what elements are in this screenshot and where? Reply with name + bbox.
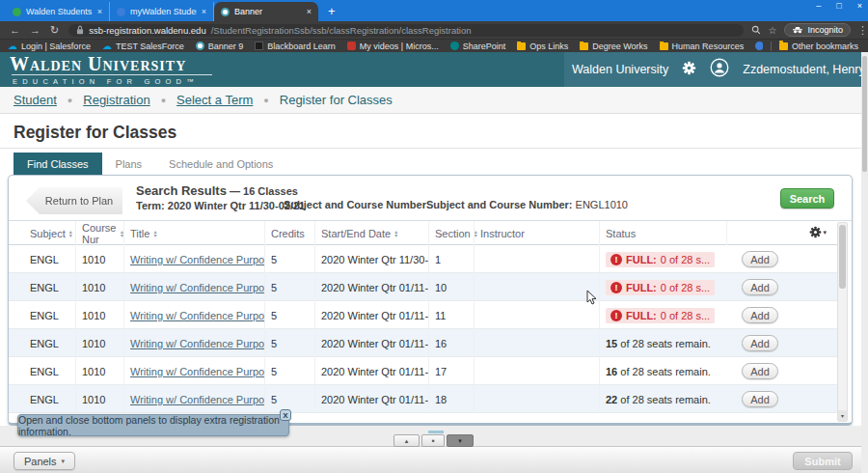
results-header: Return to Plan Search Results — 16 Class… <box>9 176 852 221</box>
search-button[interactable]: Search <box>780 188 834 209</box>
star-icon[interactable]: ☆ <box>769 25 777 36</box>
action-cell: Add <box>726 335 794 351</box>
page-scrollbar-thumb[interactable] <box>862 56 867 172</box>
browser-tab[interactable]: Walden Students | Walden Univ× <box>6 2 110 21</box>
title-cell: Writing w/ Confidence Purpose <box>123 245 264 273</box>
bookmark-item[interactable]: ☁TEST SalesForce <box>102 42 184 51</box>
column-header[interactable]: Start/End Date▴▾ <box>314 221 428 245</box>
bookmark-item[interactable]: ☁Login | Salesforce <box>8 42 91 51</box>
status-cell: 22 of 28 seats remain. <box>599 385 726 413</box>
sort-icon[interactable]: ▴▾ <box>153 230 156 237</box>
course-title-link[interactable]: Writing w/ Confidence Purpose <box>130 310 264 321</box>
panels-button[interactable]: Panels ▾ <box>14 452 75 470</box>
status-full-badge: !FULL: 0 of 28 s... <box>606 252 715 267</box>
settings-gear-icon[interactable] <box>682 61 696 79</box>
new-tab-button[interactable]: + <box>328 4 336 18</box>
tab-title: Banner <box>234 7 302 16</box>
sort-icon[interactable]: ▴▾ <box>394 230 397 237</box>
sort-icon[interactable]: ▴▾ <box>69 230 72 237</box>
instructor-cell <box>474 273 599 301</box>
breadcrumb-item[interactable]: Registration <box>83 93 149 107</box>
add-button[interactable]: Add <box>742 391 778 407</box>
browser-tab[interactable]: myWalden Student Portal× <box>110 2 214 21</box>
url-bar: ← → ↻ ssb-registration.waldenu.edu/Stude… <box>0 21 868 39</box>
reload-icon[interactable]: ↻ <box>50 24 59 37</box>
panel-indicator <box>428 431 444 433</box>
bookmark-item[interactable]: myWalden Student... <box>755 42 763 51</box>
bookmark-item[interactable]: My videos | Micros... <box>347 42 439 51</box>
add-button[interactable]: Add <box>742 251 778 267</box>
add-button[interactable]: Add <box>742 279 778 295</box>
action-cell: Add <box>726 391 794 407</box>
maximize-button[interactable]: □ <box>836 1 841 11</box>
add-button[interactable]: Add <box>742 335 778 351</box>
panels-caret-icon: ▾ <box>62 458 66 465</box>
tab-close-icon[interactable]: × <box>97 7 102 16</box>
course-title-link[interactable]: Writing w/ Confidence Purpose <box>130 254 264 265</box>
logo-title: Walden University <box>10 54 212 73</box>
other-bookmarks-button[interactable]: Other bookmarks <box>779 42 868 51</box>
tab-close-icon[interactable]: × <box>307 7 312 16</box>
dates-cell: 2020 Winter Qtr 01/11-0... <box>314 385 428 413</box>
address-bar[interactable]: ssb-registration.waldenu.edu/StudentRegi… <box>68 24 743 37</box>
table-scrollbar-thumb[interactable] <box>839 225 846 289</box>
subject-cell: ENGL <box>30 245 75 273</box>
forward-icon[interactable]: → <box>30 24 41 36</box>
table-row: ENGL1010Writing w/ Confidence Purpose520… <box>9 357 838 385</box>
panels-tooltip: Open and close bottom panels to display … <box>17 414 289 436</box>
bookmark-item[interactable]: Human Resources <box>660 42 745 51</box>
menu-icon[interactable]: ⋮ <box>857 24 868 37</box>
return-to-plan-button[interactable]: Return to Plan <box>26 187 122 214</box>
panel-reset-button[interactable]: • <box>421 434 445 447</box>
credits-cell: 5 <box>264 301 314 329</box>
bookmark-item[interactable]: Degree Works <box>580 42 647 51</box>
panel-expand-up-button[interactable]: ▴ <box>393 434 420 447</box>
mouse-cursor <box>586 290 597 309</box>
lock-icon <box>76 24 84 37</box>
user-avatar-icon[interactable] <box>710 58 729 81</box>
tab-close-icon[interactable]: × <box>202 7 206 16</box>
course-title-link[interactable]: Writing w/ Confidence Purpose <box>130 338 264 349</box>
add-button[interactable]: Add <box>742 363 778 379</box>
breadcrumb-item[interactable]: Select a Term <box>176 93 253 107</box>
course-title-link[interactable]: Writing w/ Confidence Purpose <box>130 282 264 293</box>
column-header[interactable]: Title▴▾ <box>123 221 264 245</box>
zoom-icon[interactable] <box>751 25 761 35</box>
cloud-icon: ☁ <box>102 42 112 50</box>
dates-cell: 2020 Winter Qtr 01/11-0... <box>314 329 428 357</box>
page-scrollbar[interactable] <box>861 52 868 473</box>
user-name[interactable]: Zzdemostudent, Henry <box>743 63 864 76</box>
bookmark-item[interactable]: Blackboard Learn <box>255 42 336 51</box>
add-button[interactable]: Add <box>742 307 778 323</box>
walden-logo: Walden University EDUCATION FOR GOOD™ <box>10 54 212 86</box>
bookmarks-separator <box>771 42 772 51</box>
course-title-link[interactable]: Writing w/ Confidence Purpose <box>130 366 264 377</box>
submit-button[interactable]: Submit <box>793 452 853 470</box>
tab-find-classes[interactable]: Find Classes <box>14 153 102 175</box>
breadcrumb-dot-icon: ● <box>68 96 72 105</box>
tooltip-close-button[interactable]: X <box>280 409 291 421</box>
table-settings-gear-icon[interactable]: ▾ <box>809 226 827 238</box>
tab-favicon <box>13 8 21 16</box>
table-scrollbar[interactable]: ▾ <box>837 222 848 422</box>
folder-icon <box>517 42 526 50</box>
column-header[interactable]: Subject▴▾ <box>30 221 75 245</box>
scroll-down-icon[interactable]: ▾ <box>838 410 847 421</box>
bookmark-item[interactable]: Ops Links <box>517 42 568 51</box>
minimize-button[interactable]: – <box>816 1 821 11</box>
tab-schedule-and-options[interactable]: Schedule and Options <box>155 153 286 175</box>
tab-plans[interactable]: Plans <box>102 153 156 175</box>
tab-favicon <box>221 8 230 16</box>
back-icon[interactable]: ← <box>10 24 20 36</box>
column-header[interactable]: Section▴▾ <box>428 221 474 245</box>
bookmark-item[interactable]: Banner 9 <box>196 42 244 51</box>
course-title-link[interactable]: Writing w/ Confidence Purpose <box>130 394 264 405</box>
column-header[interactable]: Course Nur▴▾ <box>75 221 123 245</box>
browser-tab[interactable]: Banner× <box>214 2 318 21</box>
close-window-button[interactable]: × <box>857 1 862 11</box>
bookmark-item[interactable]: SharePoint <box>450 42 506 51</box>
results-title: Search Results <box>136 183 227 198</box>
window-controls: – □ × <box>816 1 862 11</box>
breadcrumb-item[interactable]: Student <box>14 93 57 107</box>
panel-collapse-down-button[interactable]: ▾ <box>447 434 474 447</box>
